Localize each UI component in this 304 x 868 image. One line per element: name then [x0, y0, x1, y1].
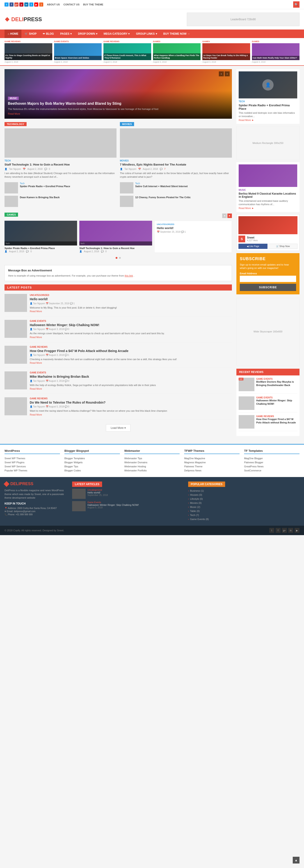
- about-us-link[interactable]: ABOUT US: [47, 3, 60, 6]
- footer-link-2-3[interactable]: Webmaster Portfolio: [124, 468, 180, 472]
- review-item-0[interactable]: 6.0 Game Events BioWare Doctors Ray Muzy…: [239, 378, 297, 394]
- nav-buy[interactable]: BUY THEME NOW →: [160, 30, 193, 38]
- strip-item-0[interactable]: Game Reviews It's Time to Stage Counting…: [4, 40, 52, 63]
- footer-link-3-1[interactable]: Magness Magazine: [184, 460, 240, 464]
- popular-cat-2[interactable]: Lifestyle (0): [188, 497, 300, 501]
- google-icon[interactable]: g+: [14, 2, 19, 6]
- featured-readmore[interactable]: Read More: [8, 113, 20, 115]
- footer-link-0-3[interactable]: Popular WP Themes: [4, 468, 60, 472]
- dot-2[interactable]: [119, 257, 121, 259]
- footer-link-4-3[interactable]: SootCommerce: [244, 468, 300, 472]
- games-prev[interactable]: ◄: [222, 214, 227, 218]
- footer-link-1-3[interactable]: Blogger Codes: [64, 468, 120, 472]
- footer-link-1-2[interactable]: Blogger Tips: [64, 464, 120, 468]
- rss-icon[interactable]: ): [39, 2, 43, 6]
- popular-cat-3[interactable]: Movies (0): [188, 501, 300, 505]
- linkedin-icon[interactable]: in: [24, 2, 28, 6]
- games-item-0[interactable]: Tech Spider Pirate Radio + Enrolled Prim…: [4, 221, 77, 253]
- sidebar-featured2-title[interactable]: Berlioz Muted 9 Classical Karaoke Locati…: [239, 192, 297, 198]
- sidebar-featured-title[interactable]: Spider Pirate Radio + Enrolled Prima Pla…: [239, 103, 297, 111]
- footer-link-2-1[interactable]: Webmaster Domains: [124, 460, 180, 464]
- nav-pages[interactable]: PAGES ▾: [57, 30, 75, 38]
- latest-post-0-readmore[interactable]: Read More: [30, 310, 42, 313]
- youtube-icon[interactable]: ▶: [34, 2, 38, 6]
- facebook-icon[interactable]: f: [9, 2, 13, 6]
- tech-small-2[interactable]: Dean Kamen is Bringing Sta Back: [4, 196, 117, 207]
- games-next[interactable]: ►: [227, 214, 232, 218]
- copyright-tw-icon[interactable]: t: [269, 528, 274, 533]
- popular-cat-5[interactable]: Table (0): [188, 509, 300, 513]
- tech-small-1[interactable]: Tech Spider Pirate Radio + Enrolled Prim…: [4, 182, 117, 193]
- subscribe-button[interactable]: SUBSCRIBE: [240, 284, 296, 291]
- latest-post-2-readmore[interactable]: Read More: [30, 362, 42, 364]
- footer-link-4-0[interactable]: MagOne Blogger: [244, 456, 300, 460]
- nav-shop[interactable]: 🛒 SHOP: [22, 30, 40, 38]
- games-item-1[interactable]: Tech Staff Technologie 1: How to Goin a …: [79, 221, 152, 253]
- copyright-li-icon[interactable]: in: [288, 528, 293, 533]
- footer-link-3-0[interactable]: MagOne Magazine: [184, 456, 240, 460]
- strip-item-3[interactable]: Games What Happens When a Sandbag Pan Fi…: [153, 40, 201, 63]
- strip-item-1[interactable]: Game Events Brave Space: Exercises and S…: [54, 40, 102, 63]
- footer-link-4-1[interactable]: Flatnews Blogger: [244, 460, 300, 464]
- nav-group[interactable]: GROUP LINKS ▾: [133, 30, 160, 38]
- twitter2-icon[interactable]: t: [29, 2, 33, 6]
- latest-post-0-title[interactable]: Hello world!: [30, 297, 117, 301]
- nav-blog[interactable]: ✏ BLOG: [40, 30, 57, 38]
- nav-dropdown[interactable]: DROP DOWN ▾: [75, 30, 100, 38]
- latest-post-1-readmore[interactable]: Read More: [30, 336, 42, 339]
- load-more-button[interactable]: Load More ▾: [106, 424, 130, 432]
- sneet-like-btn[interactable]: ◀ Like Page: [238, 244, 268, 249]
- hello-world-title[interactable]: Hello world!: [157, 226, 230, 230]
- footer-link-3-2[interactable]: Flatnews Theme: [184, 464, 240, 468]
- strip-item-4[interactable]: Games 14 Steps You Can Break Today to Di…: [202, 40, 250, 63]
- logo[interactable]: DELIPRESS: [4, 16, 42, 23]
- popular-cat-1[interactable]: Houses (0): [188, 493, 300, 497]
- pinterest-icon[interactable]: p: [20, 2, 24, 6]
- footer-link-1-0[interactable]: Blogger Templates: [64, 456, 120, 460]
- footer-link-4-2[interactable]: GreatPress News: [244, 464, 300, 468]
- copyright-fb-icon[interactable]: f: [276, 528, 280, 533]
- strip-item-5[interactable]: Games Can Math Stats Really Help Your Sl…: [252, 40, 300, 63]
- slider-prev[interactable]: ‹: [219, 71, 224, 76]
- latest-post-3-title[interactable]: Mike Marhaime is Bringing Brolan Back: [30, 375, 156, 379]
- sneet-shop-btn[interactable]: 🛒 Shop Now: [268, 244, 298, 249]
- latest-post-2-title[interactable]: How One Frogger Fired a $47 M Polo Attac…: [30, 349, 177, 353]
- footer-link-2-0[interactable]: Webmaster Tips: [124, 456, 180, 460]
- popular-cat-7[interactable]: Game Events (8): [188, 517, 300, 521]
- latest-post-3-readmore[interactable]: Read More: [30, 388, 42, 390]
- latest-post-1-title[interactable]: Halloween Winter Ringer: Skip Chalking N…: [30, 323, 164, 327]
- footer-article-1[interactable]: Game Events Halloween Winter Ringer: Ski…: [72, 501, 184, 511]
- footer-link-2-2[interactable]: Webmaster Hosting: [124, 464, 180, 468]
- footer-link-0-2[interactable]: Sneet WP Services: [4, 464, 60, 468]
- review-item-1[interactable]: Game Events Halloween Winter Ringer: Ski…: [239, 396, 297, 412]
- footer-link-3-3[interactable]: Delipress News: [184, 468, 240, 472]
- movies-small-1[interactable]: Tech Satire Cult Internet + Watched Sile…: [120, 182, 232, 193]
- message-box-link[interactable]: this link: [125, 274, 133, 277]
- slider-next[interactable]: ›: [225, 71, 230, 76]
- nav-mega[interactable]: MEGA CATEGORY ▾: [100, 30, 133, 38]
- latest-post-4-readmore[interactable]: Read More: [30, 413, 42, 416]
- tech-article-1[interactable]: Tech Staff Technologie 1: How to Goin a …: [4, 128, 117, 179]
- nav-home[interactable]: ⌂ HOME: [4, 30, 22, 38]
- copyright-yt-icon[interactable]: ▶: [295, 528, 300, 533]
- popular-cat-4[interactable]: Music (2): [188, 505, 300, 509]
- movies-small-2[interactable]: 12 Cheesy, Funny Scenes Pirated for The …: [120, 196, 232, 207]
- twitter-icon[interactable]: t: [4, 2, 8, 6]
- footer-link-1-1[interactable]: Blogger Widgets: [64, 460, 120, 464]
- sidebar-featured2-readmore[interactable]: Read More ►: [239, 207, 254, 210]
- search-button[interactable]: 🔍: [293, 1, 300, 8]
- dot-1[interactable]: [116, 257, 117, 259]
- review-item-2[interactable]: Game Reviews How One Frogger Fired a $47…: [239, 415, 297, 431]
- contact-us-link[interactable]: CONTACT US: [63, 3, 79, 6]
- email-input[interactable]: [240, 276, 296, 282]
- footer-article-0[interactable]: Uncategorized Hello world! September 25,…: [72, 489, 184, 499]
- footer-link-0-1[interactable]: Sneet WP Plugins: [4, 460, 60, 464]
- popular-cat-6[interactable]: Tech (7): [188, 513, 300, 517]
- copyright-gp-icon[interactable]: g+: [282, 528, 287, 533]
- movies-article-1[interactable]: Movies 7 Mindless, Epic Nights Banned fo…: [120, 128, 232, 179]
- strip-item-2[interactable]: Game Reviews If These Prices Could Amoun…: [103, 40, 151, 63]
- footer-link-0-0[interactable]: Sneet WP Themes: [4, 456, 60, 460]
- popular-cat-0[interactable]: Business (1): [188, 489, 300, 493]
- buy-theme-link[interactable]: BUY THE THEME: [83, 3, 103, 6]
- sidebar-featured-readmore[interactable]: Read More ►: [239, 119, 254, 121]
